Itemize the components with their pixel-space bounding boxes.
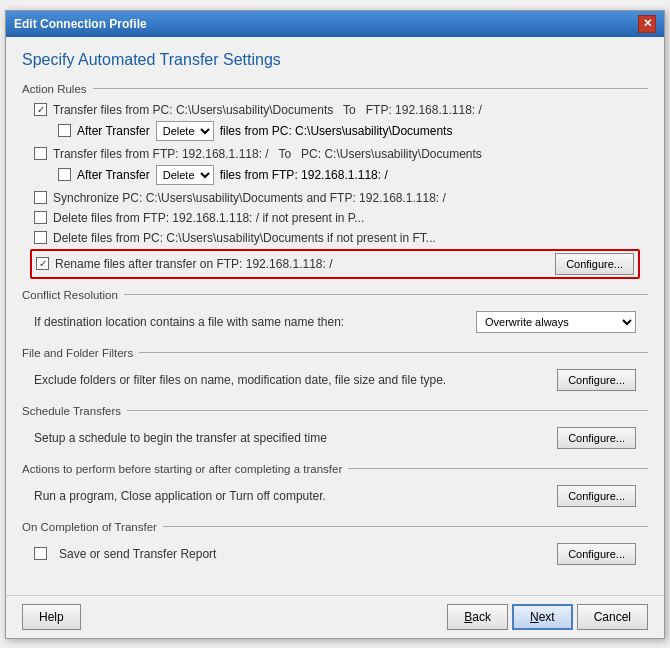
conflict-select[interactable]: Overwrite always Skip Ask Rename	[476, 311, 636, 333]
window-title: Edit Connection Profile	[14, 17, 147, 31]
filter-row: Exclude folders or filter files on name,…	[30, 365, 640, 395]
after-label-1: After Transfer	[77, 124, 150, 138]
after-transfer-row-1: After Transfer Delete files from PC: C:\…	[58, 121, 640, 141]
on-completion-label: On Completion of Transfer	[22, 521, 157, 533]
after-text-2: files from FTP: 192.168.1.118: /	[220, 168, 388, 182]
file-folder-filters-header: File and Folder Filters	[22, 347, 648, 359]
file-folder-filters-section: File and Folder Filters Exclude folders …	[22, 347, 648, 395]
page-title: Specify Automated Transfer Settings	[22, 51, 648, 69]
action-checkbox-3[interactable]	[34, 191, 47, 204]
completion-checkbox[interactable]	[34, 547, 47, 560]
filter-label: Exclude folders or filter files on name,…	[34, 373, 557, 387]
next-underline: N	[530, 610, 539, 624]
cancel-button[interactable]: Cancel	[577, 604, 648, 630]
completion-label: Save or send Transfer Report	[59, 547, 557, 561]
schedule-configure-btn[interactable]: Configure...	[557, 427, 636, 449]
actions-before-after-section: Actions to perform before starting or af…	[22, 463, 648, 511]
action-checkbox-5[interactable]	[34, 231, 47, 244]
after-text-1: files from PC: C:\Users\usability\Docume…	[220, 124, 453, 138]
schedule-label: Setup a schedule to begin the transfer a…	[34, 431, 557, 445]
action-rules-label: Action Rules	[22, 83, 87, 95]
on-completion-header: On Completion of Transfer	[22, 521, 648, 533]
action-row-4: Delete files from FTP: 192.168.1.118: / …	[30, 209, 640, 227]
action-text-2: Transfer files from FTP: 192.168.1.118: …	[53, 147, 636, 161]
back-button[interactable]: Back	[447, 604, 508, 630]
actions-row: Run a program, Close application or Turn…	[30, 481, 640, 511]
after-transfer-row-2: After Transfer Delete files from FTP: 19…	[58, 165, 640, 185]
action-checkbox-6[interactable]	[36, 257, 49, 270]
action-row-6: Rename files after transfer on FTP: 192.…	[30, 249, 640, 279]
action-text-5: Delete files from PC: C:\Users\usability…	[53, 231, 636, 245]
actions-before-after-header: Actions to perform before starting or af…	[22, 463, 648, 475]
actions-before-after-content: Run a program, Close application or Turn…	[22, 481, 648, 511]
action-text-3: Synchronize PC: C:\Users\usability\Docum…	[53, 191, 636, 205]
action-configure-btn-6[interactable]: Configure...	[555, 253, 634, 275]
next-rest: ext	[539, 610, 555, 624]
action-rules-content: Transfer files from PC: C:\Users\usabili…	[22, 101, 648, 279]
action-rules-section: Action Rules Transfer files from PC: C:\…	[22, 83, 648, 279]
conflict-resolution-content: If destination location contains a file …	[22, 307, 648, 337]
file-folder-filters-label: File and Folder Filters	[22, 347, 133, 359]
action-text-1: Transfer files from PC: C:\Users\usabili…	[53, 103, 636, 117]
schedule-transfers-label: Schedule Transfers	[22, 405, 121, 417]
after-select-1[interactable]: Delete	[156, 121, 214, 141]
main-content: Specify Automated Transfer Settings Acti…	[6, 37, 664, 589]
nav-group: Back Next Cancel	[443, 604, 648, 630]
action-row-3: Synchronize PC: C:\Users\usability\Docum…	[30, 189, 640, 207]
completion-configure-btn[interactable]: Configure...	[557, 543, 636, 565]
actions-label: Run a program, Close application or Turn…	[34, 489, 557, 503]
action-text-4: Delete files from FTP: 192.168.1.118: / …	[53, 211, 636, 225]
schedule-transfers-header: Schedule Transfers	[22, 405, 648, 417]
title-bar: Edit Connection Profile ✕	[6, 11, 664, 37]
on-completion-section: On Completion of Transfer Save or send T…	[22, 521, 648, 569]
schedule-transfers-section: Schedule Transfers Setup a schedule to b…	[22, 405, 648, 453]
action-row-5: Delete files from PC: C:\Users\usability…	[30, 229, 640, 247]
action-row-2: Transfer files from FTP: 192.168.1.118: …	[30, 145, 640, 163]
back-rest: ack	[472, 610, 491, 624]
edit-connection-profile-window: Edit Connection Profile ✕ Specify Automa…	[5, 10, 665, 639]
bottom-bar: Help Back Next Cancel	[6, 595, 664, 638]
help-button[interactable]: Help	[22, 604, 81, 630]
action-checkbox-4[interactable]	[34, 211, 47, 224]
conflict-label: If destination location contains a file …	[34, 315, 476, 329]
action-row-1: Transfer files from PC: C:\Users\usabili…	[30, 101, 640, 119]
filters-configure-btn[interactable]: Configure...	[557, 369, 636, 391]
schedule-transfers-content: Setup a schedule to begin the transfer a…	[22, 423, 648, 453]
action-checkbox-2[interactable]	[34, 147, 47, 160]
conflict-resolution-section: Conflict Resolution If destination locat…	[22, 289, 648, 337]
on-completion-content: Save or send Transfer Report Configure..…	[22, 539, 648, 569]
after-label-2: After Transfer	[77, 168, 150, 182]
after-select-2[interactable]: Delete	[156, 165, 214, 185]
next-button[interactable]: Next	[512, 604, 573, 630]
conflict-row: If destination location contains a file …	[30, 307, 640, 337]
action-text-6: Rename files after transfer on FTP: 192.…	[55, 257, 555, 271]
action-checkbox-1[interactable]	[34, 103, 47, 116]
actions-before-after-label: Actions to perform before starting or af…	[22, 463, 342, 475]
schedule-row: Setup a schedule to begin the transfer a…	[30, 423, 640, 453]
after-checkbox-1[interactable]	[58, 124, 71, 137]
file-folder-filters-content: Exclude folders or filter files on name,…	[22, 365, 648, 395]
after-checkbox-2[interactable]	[58, 168, 71, 181]
completion-row: Save or send Transfer Report Configure..…	[30, 539, 640, 569]
actions-configure-btn[interactable]: Configure...	[557, 485, 636, 507]
action-rules-header: Action Rules	[22, 83, 648, 95]
conflict-resolution-label: Conflict Resolution	[22, 289, 118, 301]
close-button[interactable]: ✕	[638, 15, 656, 33]
conflict-resolution-header: Conflict Resolution	[22, 289, 648, 301]
